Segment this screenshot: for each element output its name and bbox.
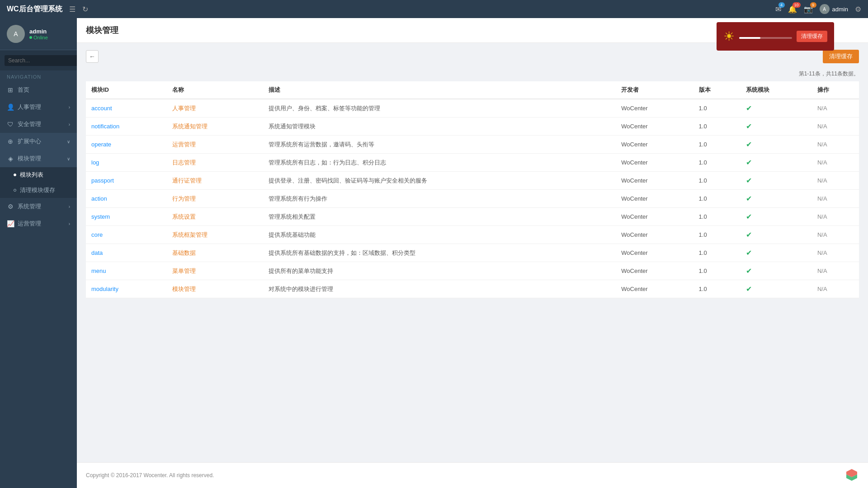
security-arrow-icon: › — [69, 122, 70, 127]
cell-action: N/A — [812, 226, 859, 244]
sidebar-item-ops[interactable]: 📈 运营管理 › — [0, 215, 77, 232]
col-system: 系统模块 — [741, 81, 812, 99]
top-header: WC后台管理系统 ☰ ↻ ✉ 4 🔔 10 📷 9 A admin ⚙ ☀ 清理… — [0, 0, 868, 18]
camera-button[interactable]: 📷 9 — [804, 5, 813, 14]
cell-version: 1.0 — [693, 190, 741, 208]
sidebar-item-module-label: 模块管理 — [18, 155, 41, 163]
module-name-link[interactable]: 系统框架管理 — [172, 231, 208, 238]
table-header-row: 模块ID 名称 描述 开发者 版本 系统模块 操作 — [86, 81, 859, 99]
module-id-link[interactable]: log — [91, 159, 99, 166]
cell-version: 1.0 — [693, 262, 741, 280]
check-icon: ✔ — [746, 249, 752, 257]
refresh-icon[interactable]: ↻ — [82, 5, 88, 14]
expand-icon: ⊕ — [7, 138, 14, 145]
cell-action: N/A — [812, 154, 859, 172]
cell-version: 1.0 — [693, 117, 741, 136]
sidebar-item-hr[interactable]: 👤 人事管理 › — [0, 99, 77, 116]
cell-name: 日志管理 — [167, 154, 263, 172]
cell-action: N/A — [812, 136, 859, 154]
module-name-link[interactable]: 日志管理 — [172, 159, 196, 166]
cell-id: system — [86, 208, 167, 226]
module-id-link[interactable]: passport — [91, 177, 114, 184]
sidebar-item-hr-label: 人事管理 — [18, 103, 41, 111]
sidebar-item-module-management[interactable]: ◈ 模块管理 ∨ — [0, 150, 77, 167]
cell-id: account — [86, 99, 167, 117]
cell-name: 模块管理 — [167, 280, 263, 298]
module-id-link[interactable]: data — [91, 249, 103, 256]
sidebar-item-home[interactable]: ⊞ 首页 — [0, 81, 77, 99]
sidebar-item-clear-cache[interactable]: 清理模块缓存 — [0, 183, 77, 198]
module-name-link[interactable]: 通行证管理 — [172, 177, 202, 184]
module-name-link[interactable]: 系统设置 — [172, 213, 196, 220]
cell-version: 1.0 — [693, 208, 741, 226]
table-row: menu 菜单管理 提供所有的菜单功能支持 WoCenter 1.0 ✔ N/A — [86, 262, 859, 280]
table-row: notification 系统通知管理 系统通知管理模块 WoCenter 1.… — [86, 117, 859, 136]
module-id-link[interactable]: modularity — [91, 286, 118, 292]
cell-id: passport — [86, 172, 167, 190]
bell-button[interactable]: 🔔 10 — [788, 5, 797, 14]
sidebar-item-expand[interactable]: ⊕ 扩展中心 ∨ — [0, 133, 77, 150]
cell-desc: 系统通知管理模块 — [263, 117, 616, 136]
app-title: WC后台管理系统 — [7, 5, 62, 14]
cell-id: modularity — [86, 280, 167, 298]
cell-action: N/A — [812, 190, 859, 208]
cell-system: ✔ — [741, 226, 812, 244]
notif-clear-btn[interactable]: 清理缓存 — [797, 31, 827, 42]
module-id-link[interactable]: notification — [91, 123, 119, 130]
action-value: N/A — [817, 141, 827, 148]
module-id-link[interactable]: account — [91, 105, 112, 112]
mail-badge: 4 — [778, 2, 785, 8]
cell-system: ✔ — [741, 280, 812, 298]
cell-developer: WoCenter — [616, 190, 693, 208]
clear-cache-button[interactable]: 清理缓存 — [823, 50, 859, 63]
mail-button[interactable]: ✉ 4 — [775, 5, 781, 14]
module-name-link[interactable]: 人事管理 — [172, 105, 196, 112]
module-id-link[interactable]: operate — [91, 141, 111, 148]
sun-icon: ☀ — [723, 29, 735, 44]
check-icon: ✔ — [746, 159, 752, 166]
content-area: ← 清理缓存 第1-11条，共11条数据。 模块ID 名称 描述 开发者 版本 … — [77, 43, 868, 462]
module-id-link[interactable]: menu — [91, 267, 106, 274]
module-id-link[interactable]: action — [91, 195, 107, 202]
cell-id: log — [86, 154, 167, 172]
action-value: N/A — [817, 286, 827, 292]
module-name-link[interactable]: 菜单管理 — [172, 267, 196, 274]
module-name-link[interactable]: 行为管理 — [172, 195, 196, 202]
action-value: N/A — [817, 213, 827, 220]
cell-developer: WoCenter — [616, 117, 693, 136]
cell-desc: 管理系统所有日志，如：行为日志、积分日志 — [263, 154, 616, 172]
cell-id: menu — [86, 262, 167, 280]
cell-version: 1.0 — [693, 244, 741, 262]
settings-icon[interactable]: ⚙ — [855, 5, 861, 14]
hr-arrow-icon: › — [69, 105, 70, 110]
back-button[interactable]: ← — [86, 50, 99, 63]
sidebar-item-module-list[interactable]: 模块列表 — [0, 167, 77, 183]
admin-menu[interactable]: A admin — [820, 4, 848, 14]
module-name-link[interactable]: 模块管理 — [172, 286, 196, 292]
cell-developer: WoCenter — [616, 99, 693, 117]
module-name-link[interactable]: 运营管理 — [172, 141, 196, 148]
page-title: 模块管理 — [86, 25, 118, 36]
user-info: admin Online — [29, 28, 48, 40]
sidebar-item-sysadmin-label: 系统管理 — [18, 202, 41, 211]
search-input[interactable] — [5, 55, 77, 66]
module-name-link[interactable]: 系统通知管理 — [172, 123, 208, 130]
module-name-link[interactable]: 基础数据 — [172, 249, 196, 256]
ops-arrow-icon: › — [69, 221, 70, 226]
cell-desc: 提供用户、身份、档案、标签等功能的管理 — [263, 99, 616, 117]
module-id-link[interactable]: core — [91, 231, 103, 238]
sidebar-item-sysadmin[interactable]: ⚙ 系统管理 › — [0, 198, 77, 215]
nav-sub-module-items: 模块列表 清理模块缓存 — [0, 167, 77, 198]
sidebar: A admin Online 🔍 NAVIGATION ⊞ 首页 👤 人事管理 … — [0, 18, 77, 488]
action-value: N/A — [817, 123, 827, 130]
cell-action: N/A — [812, 208, 859, 226]
module-id-link[interactable]: system — [91, 213, 110, 220]
cell-id: operate — [86, 136, 167, 154]
cell-action: N/A — [812, 244, 859, 262]
menu-toggle-icon[interactable]: ☰ — [69, 5, 75, 14]
nav-section-label: NAVIGATION — [0, 70, 77, 81]
check-icon: ✔ — [746, 213, 752, 221]
sidebar-item-security[interactable]: 🛡 安全管理 › — [0, 116, 77, 133]
cell-name: 系统框架管理 — [167, 226, 263, 244]
cell-action: N/A — [812, 280, 859, 298]
